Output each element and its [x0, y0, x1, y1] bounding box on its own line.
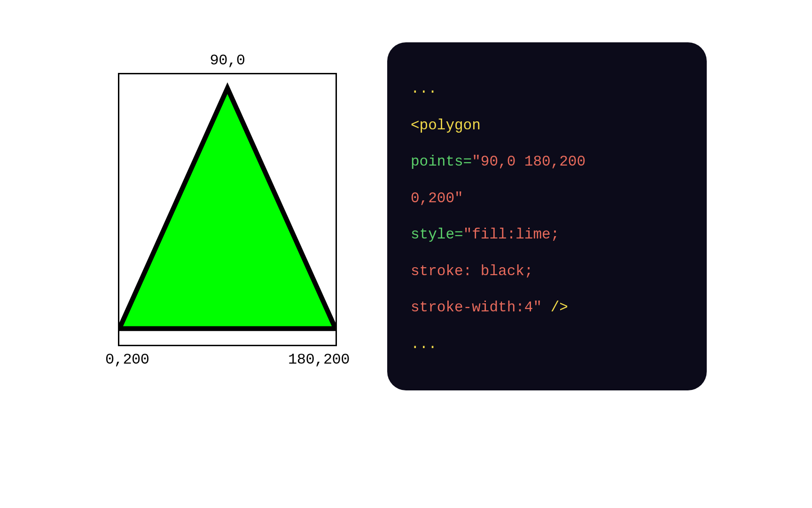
code-tag-open: <polygon: [411, 117, 481, 134]
coord-label-bottom-right: 180,200: [288, 351, 350, 368]
code-ellipsis-top: ...: [411, 80, 437, 97]
triangle-svg: [119, 74, 336, 342]
diagram-panel: 90,0 0,200 180,200: [105, 42, 350, 368]
code-attr-points-val-2: 0,200": [411, 190, 463, 206]
code-tag-close: />: [542, 299, 568, 316]
code-attr-style-val-2: stroke: black;: [411, 263, 533, 279]
code-ellipsis-bottom: ...: [411, 336, 437, 352]
code-attr-style-name: style=: [411, 226, 463, 243]
triangle-polygon: [119, 88, 336, 328]
coord-label-top: 90,0: [210, 52, 245, 69]
code-block: ... <polygon points="90,0 180,200 0,200"…: [411, 71, 683, 362]
code-attr-points-val-1: "90,0 180,200: [472, 153, 586, 170]
code-attr-style-val-3: stroke-width:4": [411, 299, 542, 316]
code-attr-style-val-1: "fill:lime;: [463, 226, 560, 243]
svg-wrapper: [118, 73, 337, 346]
code-panel: ... <polygon points="90,0 180,200 0,200"…: [387, 42, 707, 390]
coord-label-bottom-left: 0,200: [105, 351, 149, 368]
code-attr-points-name: points=: [411, 153, 472, 170]
bottom-coord-row: 0,200 180,200: [105, 351, 350, 368]
svg-viewport-box: [118, 73, 337, 346]
main-container: 90,0 0,200 180,200 ... <polygon points="…: [0, 0, 812, 433]
